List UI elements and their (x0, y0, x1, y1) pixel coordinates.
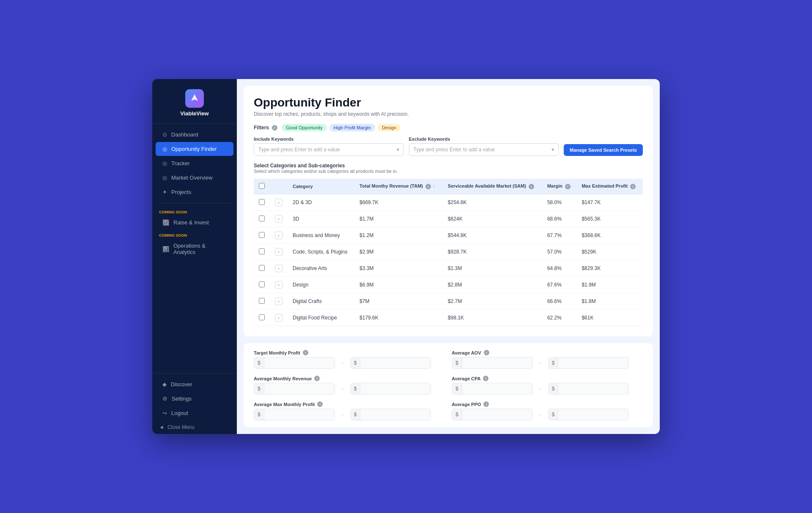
sidebar-item-tracker[interactable]: ◎ Tracker (156, 156, 233, 170)
row-sam: $2.8M (443, 277, 542, 293)
amr-from-input[interactable]: $ (254, 383, 335, 395)
th-checkbox (254, 179, 270, 194)
content-area: Opportunity Finder Discover top niches, … (244, 86, 653, 336)
discover-icon: ◆ (162, 381, 167, 387)
cpa-from-input[interactable]: $ (452, 383, 533, 395)
logo-text: ViableView (180, 110, 208, 117)
sidebar-item-operations[interactable]: 📊 Operations & Analytics (156, 239, 233, 259)
coming-soon-label-2: Coming Soon (152, 233, 237, 237)
row-expand-cell: › (270, 260, 288, 277)
row-checkbox-cell (254, 211, 270, 227)
keywords-row: Include Keywords Type and press Enter to… (254, 136, 643, 156)
average-monthly-revenue-filter: Average Monthly Revenue i $ - $ (254, 376, 445, 395)
sidebar-item-settings[interactable]: ⚙ Settings (156, 392, 233, 406)
cpa-info-icon[interactable]: i (483, 376, 488, 381)
include-keywords-group: Include Keywords Type and press Enter to… (254, 136, 404, 156)
sidebar-item-opportunity-finder[interactable]: ◎ Opportunity Finder (156, 142, 233, 156)
sam-info-icon[interactable]: i (529, 184, 534, 189)
row-category: Design (288, 277, 354, 293)
average-aov-label: Average AOV i (452, 350, 643, 355)
aov-info-icon[interactable]: i (484, 350, 489, 355)
close-menu-icon: ◄ (159, 424, 164, 430)
max-profit-info-icon[interactable]: i (630, 184, 636, 189)
tam-sort-icon[interactable]: ↕ (433, 184, 435, 188)
filter-tag-design[interactable]: Design (378, 124, 401, 131)
row-margin: 62.2% (542, 310, 577, 326)
expand-button-4[interactable]: › (275, 265, 283, 272)
expand-button-0[interactable]: › (275, 199, 283, 206)
row-sam: $254.8K (443, 194, 542, 211)
ammp-to-input[interactable]: $ (350, 409, 431, 420)
expand-button-5[interactable]: › (275, 281, 283, 289)
ppo-from-input[interactable]: $ (452, 409, 533, 420)
row-checkbox-4[interactable] (259, 265, 265, 271)
amr-to-input[interactable]: $ (350, 383, 431, 395)
row-expand-cell: › (270, 293, 288, 310)
expand-button-2[interactable]: › (275, 232, 283, 239)
expand-button-6[interactable]: › (275, 297, 283, 305)
filter-tag-good-opportunity[interactable]: Good Opportunity (282, 124, 327, 131)
sidebar-item-market-overview[interactable]: ◎ Market Overview (156, 171, 233, 185)
row-checkbox-3[interactable] (259, 248, 265, 254)
average-ppo-label: Average PPO i (452, 401, 643, 407)
sidebar-item-dashboard[interactable]: ⊙ Dashboard (156, 128, 233, 142)
ppo-info-icon[interactable]: i (483, 401, 489, 407)
ppo-to-input[interactable]: $ (548, 409, 629, 420)
tam-info-icon[interactable]: i (425, 184, 431, 189)
filters-info-icon[interactable]: i (272, 125, 277, 131)
row-checkbox-6[interactable] (259, 298, 265, 304)
row-checkbox-2[interactable] (259, 232, 265, 238)
logout-icon: ↪ (162, 410, 167, 416)
tmp-to-input[interactable]: $ (350, 357, 431, 369)
margin-info-icon[interactable]: i (565, 184, 571, 189)
row-margin: 58.0% (542, 194, 577, 211)
row-checkbox-5[interactable] (259, 281, 265, 287)
aov-from-input[interactable]: $ (452, 357, 533, 369)
expand-button-3[interactable]: › (275, 248, 283, 256)
sidebar-item-projects[interactable]: ✦ Projects (156, 185, 233, 199)
page-subtitle: Discover top niches, products, shops and… (254, 111, 643, 117)
row-checkbox-1[interactable] (259, 216, 265, 221)
row-tam: $7M (354, 293, 443, 310)
sidebar-item-raise-invest[interactable]: 📈 Raise & Invest (156, 216, 233, 229)
row-sam: $824K (443, 211, 542, 227)
close-menu-button[interactable]: ◄ Close Menu (152, 420, 237, 434)
target-monthly-profit-label: Target Monthly Profit i (254, 350, 445, 355)
include-keywords-input[interactable]: Type and press Enter to add a value ▾ (254, 143, 404, 156)
row-checkbox-0[interactable] (259, 199, 265, 205)
row-sam: $928.7K (443, 244, 542, 260)
tracker-icon: ◎ (162, 160, 167, 166)
target-monthly-profit-filter: Target Monthly Profit i $ - $ (254, 350, 445, 369)
sidebar-bottom: ◆ Discover ⚙ Settings ↪ Logout ◄ Close M… (152, 373, 237, 434)
average-monthly-revenue-label: Average Monthly Revenue i (254, 376, 445, 381)
row-sam: $2.7M (443, 293, 542, 310)
tmp-info-icon[interactable]: i (303, 350, 308, 355)
exclude-keywords-input[interactable]: Type and press Enter to add a value ▾ (409, 143, 559, 156)
sidebar-logo: ViableView (152, 79, 237, 124)
average-cpa-label: Average CPA i (452, 376, 643, 381)
expand-button-1[interactable]: › (275, 215, 283, 223)
table-row: › Code, Scripts, & Plugins $2.9M $928.7K… (254, 244, 643, 260)
ammp-from-input[interactable]: $ (254, 409, 335, 420)
ammp-info-icon[interactable]: i (317, 401, 323, 407)
row-max-profit: $368.6K (576, 227, 643, 244)
cpa-to-input[interactable]: $ (548, 383, 629, 395)
sidebar-item-discover[interactable]: ◆ Discover (156, 377, 233, 391)
row-expand-cell: › (270, 194, 288, 211)
select-all-checkbox[interactable] (259, 183, 265, 189)
row-expand-cell: › (270, 227, 288, 244)
amr-info-icon[interactable]: i (314, 376, 320, 381)
row-checkbox-7[interactable] (259, 314, 265, 320)
aov-to-input[interactable]: $ (548, 357, 629, 369)
filter-tag-high-profit-margin[interactable]: High Profit Margin (329, 124, 375, 131)
exclude-keywords-label: Exclude Keywords (409, 136, 559, 142)
avg-max-monthly-profit-label: Average Max Monthly Profit i (254, 401, 445, 407)
sidebar-item-logout[interactable]: ↪ Logout (156, 406, 233, 420)
manage-presets-button[interactable]: Manage Saved Search Presets (564, 144, 643, 156)
row-category: 3D (288, 211, 354, 227)
tmp-from-input[interactable]: $ (254, 357, 335, 369)
table-header: Category Total Monthy Revenue (TAM) i ↕ … (254, 179, 643, 194)
row-expand-cell: › (270, 277, 288, 293)
expand-button-7[interactable]: › (275, 314, 283, 322)
row-category: Decorative Arts (288, 260, 354, 277)
